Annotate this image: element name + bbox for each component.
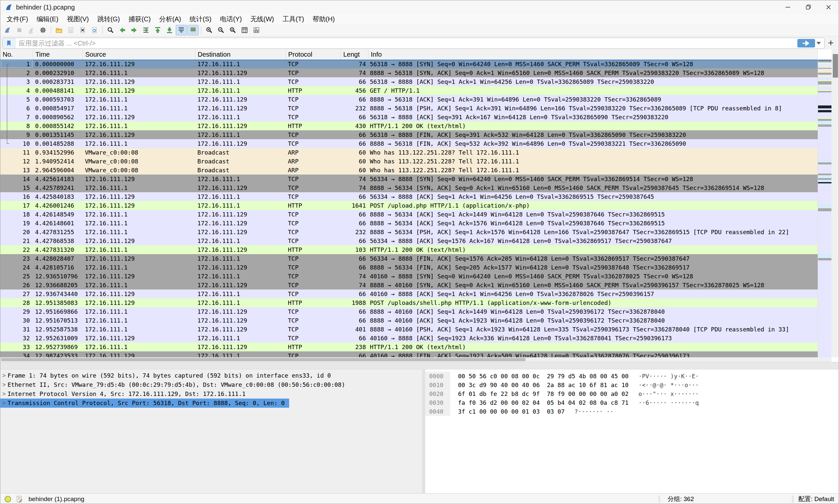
packet-row[interactable]: 2612.936688205172.16.111.1172.16.111.129… (0, 281, 818, 289)
packet-row[interactable]: 2712.936743440172.16.111.129172.16.111.1… (0, 289, 818, 298)
packet-list-vertical-scrollbar[interactable] (832, 50, 839, 357)
bookmark-icon[interactable] (3, 38, 15, 49)
hex-line[interactable]: 0030fa f0 36 d2 00 00 02 04 05 b4 04 02 … (425, 398, 839, 407)
detail-line[interactable]: >Transmission Control Protocol, Src Port… (0, 399, 422, 408)
layout-icon[interactable]: 123 (251, 25, 262, 35)
packet-row[interactable]: 154.425789241172.16.111.1172.16.111.129T… (0, 183, 818, 192)
packet-row[interactable]: 10.000000000172.16.111.129172.16.111.1TC… (0, 59, 818, 69)
auto-scroll-icon[interactable] (176, 25, 187, 35)
column-time[interactable]: Time (33, 50, 83, 59)
pane-splitter[interactable] (0, 362, 839, 370)
hex-line[interactable]: 001000 3c d9 90 40 00 40 06 2a 88 ac 10 … (425, 380, 839, 390)
display-filter-input[interactable]: 应用显示过滤器 ... <Ctrl-/> (2, 38, 825, 49)
column-no[interactable]: No. (0, 50, 33, 59)
packet-row[interactable]: 132.964596004VMware_c0:00:08BroadcastARP… (0, 166, 818, 175)
packet-row[interactable]: 121.940952414VMware_c0:00:08BroadcastARP… (0, 157, 818, 166)
packet-row[interactable]: 3112.952587538172.16.111.1172.16.111.129… (0, 325, 818, 334)
packet-row[interactable]: 50.000593703172.16.111.1172.16.111.129TC… (0, 95, 818, 104)
capture-options-icon[interactable] (37, 25, 49, 35)
packet-row[interactable]: 30.000283731172.16.111.129172.16.111.1TC… (0, 77, 818, 86)
zoom-normal-icon[interactable] (227, 25, 238, 35)
packet-row[interactable]: 3412.987423533172.16.111.129172.16.111.1… (0, 352, 818, 357)
menu-file[interactable]: 文件(F) (2, 15, 32, 23)
packet-row[interactable]: 214.427868538172.16.111.129172.16.111.1T… (0, 236, 818, 245)
packet-row[interactable]: 70.000890562172.16.111.129172.16.111.1TC… (0, 113, 818, 122)
go-forward-icon[interactable] (129, 25, 140, 35)
detail-line[interactable]: >Ethernet II, Src: VMware_79:d5:4b (00:0… (0, 380, 422, 390)
packet-row[interactable]: 3212.952631009172.16.111.129172.16.111.1… (0, 334, 818, 343)
scrollbar-thumb[interactable] (1, 358, 526, 361)
go-back-icon[interactable] (117, 25, 128, 35)
column-length[interactable]: Lengt (341, 50, 369, 59)
hex-line[interactable]: 000000 50 56 c0 00 08 00 0c 29 79 d5 4b … (425, 372, 839, 380)
menu-statistics[interactable]: 统计(S) (185, 15, 216, 23)
packet-row[interactable]: 194.426148601172.16.111.1172.16.111.129T… (0, 219, 818, 228)
packet-row[interactable]: 60.000854917172.16.111.1172.16.111.129TC… (0, 104, 818, 113)
scrollbar-thumb[interactable] (833, 54, 838, 78)
column-protocol[interactable]: Protocol (286, 50, 341, 59)
column-destination[interactable]: Destination (195, 50, 286, 59)
colorize-icon[interactable] (188, 25, 199, 35)
packet-row[interactable]: 110.934152996VMware_c0:00:08BroadcastARP… (0, 148, 818, 157)
capture-comment-icon[interactable] (16, 496, 23, 503)
apply-filter-button[interactable] (798, 39, 815, 48)
packet-row[interactable]: 174.426001246172.16.111.129172.16.111.1H… (0, 201, 818, 210)
intelligent-scrollbar-minimap[interactable] (818, 59, 832, 357)
packet-row[interactable]: 90.001351145172.16.111.129172.16.111.1TC… (0, 130, 818, 139)
column-info[interactable]: Info (369, 50, 818, 59)
close-file-icon[interactable] (77, 25, 88, 35)
expand-chevron-icon[interactable]: > (0, 371, 7, 380)
menu-telephony[interactable]: 电话(Y) (216, 15, 246, 23)
close-button[interactable] (818, 0, 839, 14)
packet-row[interactable]: 80.000855142172.16.111.1172.16.111.129HT… (0, 122, 818, 130)
start-capture-icon[interactable] (2, 25, 13, 35)
status-profile[interactable]: 配置: Default (793, 495, 839, 503)
resize-columns-icon[interactable] (239, 25, 250, 35)
column-source[interactable]: Source (83, 50, 195, 59)
hex-line[interactable]: 00206f 01 db fe 22 b8 dc 9f 78 f9 00 00 … (425, 390, 839, 398)
packet-row[interactable]: 144.425614183172.16.111.129172.16.111.1T… (0, 175, 818, 183)
packet-row[interactable]: 2912.951669866172.16.111.1172.16.111.129… (0, 307, 818, 316)
packet-row[interactable]: 224.427831320172.16.111.1172.16.111.129H… (0, 245, 818, 254)
find-packet-icon[interactable] (105, 25, 116, 35)
menu-go[interactable]: 跳转(G) (93, 15, 124, 23)
packet-row[interactable]: 40.000488141172.16.111.129172.16.111.1HT… (0, 86, 818, 95)
menu-edit[interactable]: 编辑(E) (32, 15, 63, 23)
expand-chevron-icon[interactable]: > (0, 380, 7, 390)
packet-row[interactable]: 234.428028407172.16.111.129172.16.111.1T… (0, 254, 818, 263)
menu-help[interactable]: 帮助(H) (308, 15, 339, 23)
hex-line[interactable]: 00403f c1 00 00 00 00 01 03 03 07?······… (425, 407, 839, 416)
details-hex-divider[interactable] (422, 370, 425, 493)
expand-chevron-icon[interactable]: > (0, 399, 7, 408)
packet-row[interactable]: 164.425840183172.16.111.129172.16.111.1T… (0, 192, 818, 201)
packet-row[interactable]: 2812.951385083172.16.111.129172.16.111.1… (0, 298, 818, 307)
go-to-top-icon[interactable] (152, 25, 163, 35)
packet-row[interactable]: 204.427831255172.16.111.1172.16.111.129T… (0, 228, 818, 236)
filter-dropdown-caret[interactable] (816, 42, 821, 44)
packet-row[interactable]: 184.426148549172.16.111.1172.16.111.129T… (0, 210, 818, 219)
packet-row[interactable]: 3012.951670513172.16.111.1172.16.111.129… (0, 316, 818, 325)
go-to-packet-icon[interactable] (140, 25, 152, 35)
menu-analyze[interactable]: 分析(A) (155, 15, 186, 23)
packet-row[interactable]: 2512.936510796172.16.111.129172.16.111.1… (0, 272, 818, 281)
open-file-icon[interactable] (53, 25, 65, 35)
add-filter-button[interactable]: + (825, 38, 836, 48)
reload-file-icon[interactable] (89, 25, 100, 35)
packet-list-horizontal-scrollbar[interactable] (0, 357, 832, 362)
menu-wireless[interactable]: 无线(W) (246, 15, 278, 23)
expert-info-icon[interactable] (4, 496, 12, 503)
menu-view[interactable]: 视图(V) (63, 15, 93, 23)
packet-row[interactable]: 100.001485288172.16.111.1172.16.111.129T… (0, 139, 818, 148)
packet-row[interactable]: 20.000232910172.16.111.1172.16.111.129TC… (0, 69, 818, 77)
detail-line[interactable]: >Frame 1: 74 bytes on wire (592 bits), 7… (0, 371, 422, 380)
go-to-bottom-icon[interactable] (164, 25, 175, 35)
restore-button[interactable] (798, 0, 818, 14)
packet-row[interactable]: 3312.952739869172.16.111.1172.16.111.129… (0, 343, 818, 352)
packet-row[interactable]: 244.428105716172.16.111.1172.16.111.129T… (0, 263, 818, 272)
zoom-out-icon[interactable] (216, 25, 226, 35)
expand-chevron-icon[interactable]: > (0, 390, 7, 399)
zoom-in-icon[interactable] (204, 25, 215, 35)
menu-tools[interactable]: 工具(T) (278, 15, 309, 23)
detail-line[interactable]: >Internet Protocol Version 4, Src: 172.1… (0, 390, 422, 399)
minimize-button[interactable] (778, 0, 798, 14)
